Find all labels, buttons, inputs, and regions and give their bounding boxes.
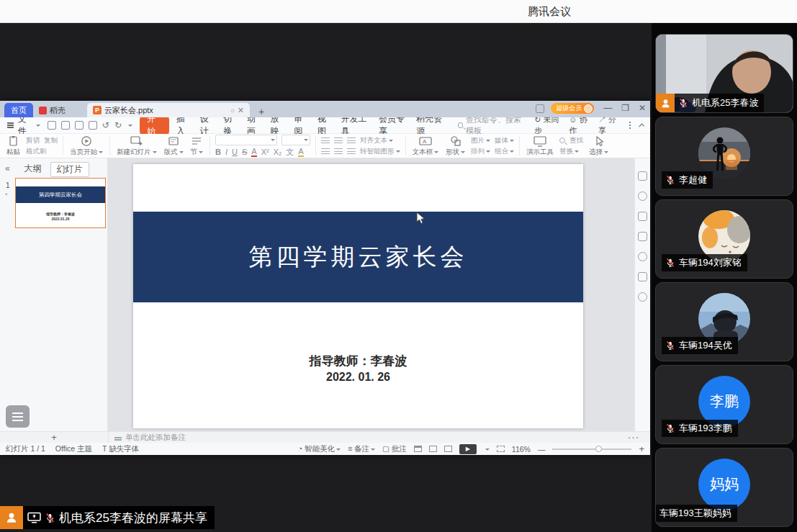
notes-bar[interactable]: 单击此处添加备注 <box>108 433 650 443</box>
layout-button[interactable]: 版式 <box>161 135 187 157</box>
align-center-icon[interactable] <box>334 148 343 155</box>
slide-date-line[interactable]: 2022. 01. 26 <box>133 371 583 384</box>
eye-protect-icon[interactable] <box>536 104 544 113</box>
to-smartart-button[interactable]: 转智能图形 <box>360 147 400 156</box>
save-icon[interactable] <box>48 121 56 130</box>
font-size-combo[interactable] <box>282 135 310 145</box>
tab-document[interactable]: P 云家长会.pptx ○ ✕ <box>87 103 250 117</box>
text-effect-button[interactable]: 文 <box>286 147 294 158</box>
share-button[interactable]: ↗ 分享 <box>598 114 619 136</box>
fit-window-icon[interactable] <box>497 446 505 452</box>
sync-status[interactable]: ↻ 未同步 <box>534 114 561 136</box>
shapes-button[interactable]: 形状 <box>442 135 469 157</box>
picture-button[interactable]: 图片 <box>471 136 490 145</box>
font-name-combo[interactable] <box>215 135 277 145</box>
preview-icon[interactable] <box>89 121 97 130</box>
copy-button[interactable]: 复制 <box>44 136 58 145</box>
undo-icon[interactable]: ↺ <box>102 120 109 130</box>
present-tools-button[interactable]: 演示工具 <box>523 135 557 157</box>
beautify-panel-icon[interactable] <box>638 171 647 181</box>
panel-collapse-button[interactable]: « <box>5 163 10 173</box>
theme-name[interactable]: Office 主题 <box>55 444 92 454</box>
restore-button[interactable]: ❐ <box>621 103 629 114</box>
slide-canvas[interactable]: 第四学期云家长会 指导教师：李春波 2022. 01. 26 <box>108 158 634 431</box>
arrange-button[interactable]: 排列 <box>471 147 490 156</box>
tab-close-icon[interactable]: ✕ <box>238 106 244 115</box>
media-button[interactable]: 媒体 <box>495 136 514 145</box>
floating-list-button[interactable] <box>6 405 30 428</box>
title-band[interactable]: 第四学期云家长会 <box>133 212 583 302</box>
underline-button[interactable]: U <box>232 148 238 156</box>
slide[interactable]: 第四学期云家长会 指导教师：李春波 2022. 01. 26 <box>133 164 583 428</box>
indent-icon[interactable] <box>347 137 356 144</box>
zoom-slider[interactable] <box>552 448 631 450</box>
object-panel-icon[interactable] <box>638 232 647 241</box>
participant-tile[interactable]: 机电系25李春波 <box>655 34 793 113</box>
zoom-in-button[interactable]: + <box>639 443 644 454</box>
add-slide-button[interactable]: + <box>0 432 108 443</box>
tab-home[interactable]: 首页 <box>4 103 33 117</box>
strikethrough-button[interactable]: S <box>242 148 247 156</box>
zoom-level[interactable]: 116% <box>512 445 531 454</box>
textbox-button[interactable]: A 文本框 <box>409 135 443 157</box>
zoom-slider-knob[interactable] <box>595 446 602 452</box>
new-tab-button[interactable]: + <box>256 106 267 117</box>
redo-icon[interactable]: ↻ <box>114 120 122 130</box>
note-button[interactable]: ≡ 备注 <box>348 444 375 454</box>
quickbar-more-icon[interactable] <box>128 125 132 129</box>
more-menu-icon[interactable] <box>629 125 631 126</box>
zoom-out-button[interactable]: — <box>538 445 546 454</box>
select-button[interactable]: 选择 <box>585 135 612 157</box>
print-icon[interactable] <box>75 121 84 130</box>
chart-panel-icon[interactable] <box>638 272 647 281</box>
animation-panel-icon[interactable] <box>638 191 647 201</box>
superscript-button[interactable]: X² <box>261 148 269 156</box>
align-text-button[interactable]: 对齐文本 <box>360 136 393 145</box>
font-color-button[interactable]: A <box>251 147 256 157</box>
italic-button[interactable]: I <box>225 148 228 156</box>
line-spacing-icon[interactable] <box>347 148 356 155</box>
align-left-icon[interactable] <box>321 148 330 155</box>
missing-font[interactable]: T 缺失字体 <box>102 444 139 454</box>
minimize-button[interactable]: — <box>603 103 612 114</box>
reading-view-icon[interactable] <box>444 446 452 452</box>
paste-button[interactable]: 粘贴 <box>3 135 24 157</box>
tab-slides[interactable]: 幻灯片 <box>50 162 89 177</box>
cut-button[interactable]: 剪切 <box>26 136 40 145</box>
sorter-view-icon[interactable] <box>429 446 437 452</box>
participant-tile[interactable]: 车辆194刘家铭 <box>655 199 793 279</box>
comment-button[interactable]: ▢ 批注 <box>382 444 407 454</box>
highlight-button[interactable]: A <box>298 147 303 157</box>
new-slide-button[interactable]: 新建幻灯片 <box>113 135 161 157</box>
normal-view-icon[interactable] <box>414 446 422 452</box>
export-icon[interactable] <box>61 121 70 130</box>
find-button[interactable]: 查找 <box>569 136 583 145</box>
format-painter-button[interactable]: 格式刷 <box>26 147 47 156</box>
participant-tile[interactable]: 车辆194吴优 <box>655 282 793 361</box>
collapse-ribbon-icon[interactable] <box>639 123 644 129</box>
numbering-icon[interactable] <box>334 137 343 144</box>
play-from-page-button[interactable]: 当页开始 <box>66 135 107 157</box>
command-search[interactable]: 查找命令、搜索模板 <box>458 114 528 136</box>
close-button[interactable]: ✕ <box>639 103 646 114</box>
replace-button[interactable]: 替换 <box>559 147 579 156</box>
bullets-icon[interactable] <box>321 137 330 144</box>
bold-button[interactable]: B <box>215 148 221 156</box>
section-button[interactable]: 节 <box>187 135 207 157</box>
tab-outline[interactable]: 大纲 <box>19 162 48 177</box>
slide-teacher-line[interactable]: 指导教师：李春波 <box>133 353 583 369</box>
help-panel-icon[interactable] <box>638 252 647 261</box>
participant-tile[interactable]: 李超健 <box>655 117 793 196</box>
group-button[interactable]: 组合 <box>495 147 514 156</box>
tab-docer[interactable]: 稻壳 <box>33 103 71 117</box>
member-badge[interactable]: 超级会员 <box>551 103 594 114</box>
slide-thumbnail[interactable]: 第四学期云家长会 指导教师：李春波 2022.01.26 <box>15 178 106 228</box>
play-options-icon[interactable] <box>485 448 490 453</box>
participant-tile[interactable]: 妈妈 车辆193王颖妈妈 <box>655 448 793 527</box>
slideshow-play-button[interactable]: ▶ <box>459 444 477 454</box>
notes-more-button[interactable]: ··· <box>629 433 641 442</box>
design-panel-icon[interactable] <box>638 212 647 221</box>
subscript-button[interactable]: X₂ <box>274 148 282 156</box>
settings-panel-icon[interactable] <box>638 292 647 302</box>
participant-tile[interactable]: 李鹏 车辆193李鹏 <box>655 365 793 444</box>
